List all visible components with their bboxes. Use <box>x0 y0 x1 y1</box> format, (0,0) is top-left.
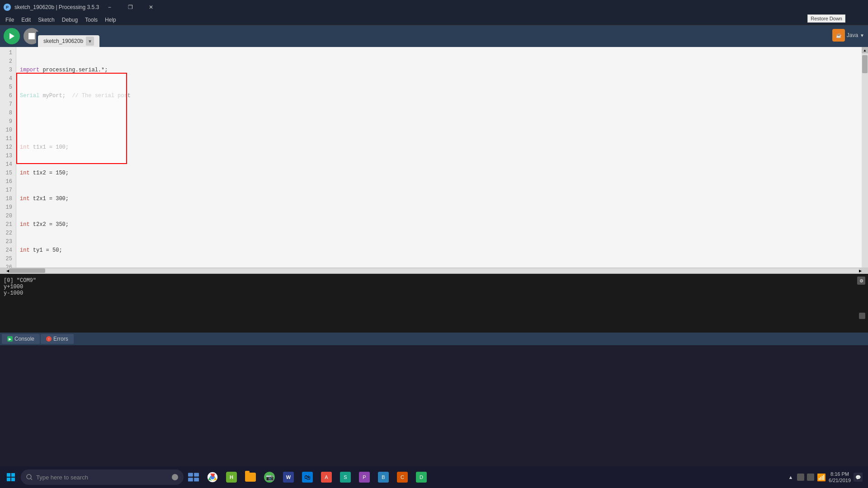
svg-rect-3 <box>188 473 193 476</box>
word-icon: W <box>283 472 294 483</box>
menu-debug[interactable]: Debug <box>58 16 81 24</box>
windows-icon <box>7 473 15 481</box>
line-num: 23 <box>4 238 12 246</box>
minimize-button[interactable]: − <box>99 0 120 14</box>
toolbar: sketch_190620b ▼ ☕ Java ▼ <box>0 25 868 47</box>
tab-dropdown[interactable]: ▼ <box>86 37 94 46</box>
line-num: 7 <box>4 100 12 109</box>
code-line-1: import processing.serial.*; <box>20 66 858 75</box>
errors-tab-icon: ! <box>46 336 52 342</box>
code-line-3 <box>20 117 858 126</box>
store-button[interactable]: 🛍 <box>298 467 316 487</box>
console-tab-label: Console <box>14 336 34 342</box>
app11-button[interactable]: B <box>374 467 392 487</box>
line-num: 16 <box>4 178 12 186</box>
svg-marker-0 <box>9 33 14 39</box>
sketch-tab[interactable]: sketch_190620b ▼ <box>38 35 99 47</box>
errors-tab-label: Errors <box>53 336 68 342</box>
autohotkey-button[interactable]: H <box>222 467 241 487</box>
taskbar-right: ▲ 📶 8:16 PM 6/21/2019 💬 <box>787 471 866 484</box>
chrome-icon <box>207 472 218 483</box>
search-placeholder: Type here to search <box>36 474 88 481</box>
tray-icon-1 <box>797 474 804 481</box>
greenshot-button[interactable]: 📷 <box>260 467 278 487</box>
app12-icon: C <box>397 472 408 483</box>
line-num: 6 <box>4 92 12 100</box>
app-icon: P <box>4 4 11 11</box>
file-explorer-button[interactable] <box>241 467 259 487</box>
scroll-right-button[interactable]: ▶ <box>859 269 862 273</box>
app12-button[interactable]: C <box>393 467 411 487</box>
svg-rect-6 <box>194 478 199 481</box>
menu-edit[interactable]: Edit <box>18 16 34 24</box>
window-title: sketch_190620b | Processing 3.5.3 <box>14 4 99 10</box>
menu-bar: File Edit Sketch Debug Tools Help <box>0 14 868 25</box>
svg-line-2 <box>31 479 32 480</box>
scroll-thumb[interactable] <box>862 55 868 73</box>
restore-down-tooltip: Restore Down <box>807 14 845 23</box>
tray-up-icon[interactable]: ▲ <box>787 474 794 481</box>
store-icon: 🛍 <box>302 472 313 483</box>
notification-icon[interactable]: 💬 <box>854 473 863 482</box>
line-num: 9 <box>4 117 12 126</box>
bottom-tabs: ▶ Console ! Errors <box>0 333 868 345</box>
line-num: 14 <box>4 160 12 169</box>
microphone-icon[interactable] <box>172 474 178 480</box>
line-num: 22 <box>4 229 12 238</box>
java-label: Java <box>847 32 858 38</box>
start-button[interactable] <box>2 467 20 487</box>
menu-help[interactable]: Help <box>101 16 120 24</box>
app13-button[interactable]: D <box>412 467 430 487</box>
svg-point-1 <box>27 474 31 479</box>
line-num: 15 <box>4 169 12 178</box>
code-line-4: int t1x1 = 100; <box>20 143 858 152</box>
code-line-5: int t1x2 = 150; <box>20 169 858 178</box>
close-button[interactable]: ✕ <box>141 0 161 14</box>
chrome-button[interactable] <box>203 467 222 487</box>
line-num: 13 <box>4 152 12 160</box>
java-arrow: ▼ <box>860 33 864 38</box>
wifi-icon: 📶 <box>817 473 826 482</box>
editor-main: 1 2 3 4 5 6 7 8 9 10 11 12 13 14 15 16 1… <box>0 47 868 267</box>
clock: 8:16 PM 6/21/2019 <box>829 471 851 484</box>
scroll-up-button[interactable]: ▲ <box>862 47 868 53</box>
console-settings-icon[interactable]: ⚙ <box>857 277 865 285</box>
taskbar: Type here to search H 📷 <box>0 466 868 488</box>
app11-icon: B <box>378 472 389 483</box>
line-num: 12 <box>4 143 12 152</box>
taskbar-search[interactable]: Type here to search <box>21 469 184 485</box>
line-num: 1 <box>4 49 12 57</box>
code-area[interactable]: import processing.serial.*; Serial myPor… <box>16 47 862 267</box>
app8-icon: A <box>321 472 332 483</box>
svg-rect-4 <box>194 473 199 476</box>
console-tab[interactable]: ▶ Console <box>2 334 40 344</box>
search-icon <box>26 474 33 480</box>
word-button[interactable]: W <box>279 467 297 487</box>
errors-tab[interactable]: ! Errors <box>41 334 74 344</box>
line-num: 25 <box>4 255 12 263</box>
run-button[interactable] <box>4 28 20 44</box>
right-scrollbar[interactable]: ▲ <box>862 47 868 267</box>
menu-tools[interactable]: Tools <box>81 16 101 24</box>
app8-button[interactable]: A <box>317 467 335 487</box>
console-wrapper: [0] "COM9" y+1000 y-1000 ⚙ <box>0 274 868 333</box>
java-selector[interactable]: ☕ Java ▼ <box>832 29 864 42</box>
console-expand-icon[interactable] <box>859 313 865 319</box>
line-num: 26 <box>4 263 12 267</box>
line-num: 4 <box>4 75 12 83</box>
code-line-6: int t2x1 = 300; <box>20 195 858 203</box>
code-line-2: Serial myPort; // The serial port <box>20 92 858 100</box>
date: 6/21/2019 <box>829 477 851 483</box>
h-scroll-thumb[interactable] <box>9 268 45 273</box>
task-view-button[interactable] <box>184 467 203 487</box>
restore-button[interactable]: ❐ <box>120 0 141 14</box>
autohotkey-icon: H <box>226 472 237 483</box>
line-num: 19 <box>4 203 12 212</box>
app9-button[interactable]: S <box>336 467 354 487</box>
task-view-icon <box>188 472 199 483</box>
menu-sketch[interactable]: Sketch <box>34 16 58 24</box>
horizontal-scrollbar[interactable]: ◀ ▶ <box>0 267 868 274</box>
app10-button[interactable]: P <box>355 467 373 487</box>
line-num: 3 <box>4 66 12 75</box>
menu-file[interactable]: File <box>2 16 18 24</box>
